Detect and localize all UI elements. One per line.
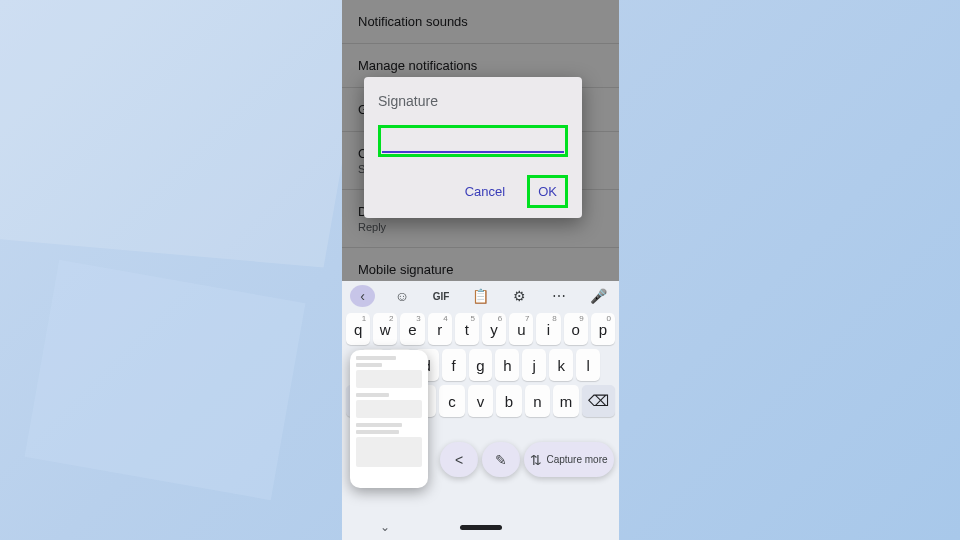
key-g[interactable]: g	[469, 349, 493, 381]
key-f[interactable]: f	[442, 349, 466, 381]
more-icon[interactable]: ⋯	[547, 285, 572, 307]
key-u[interactable]: u7	[509, 313, 533, 345]
collapse-keyboard-icon[interactable]: ⌄	[380, 520, 390, 534]
key-v[interactable]: v	[468, 385, 494, 417]
key-w[interactable]: w2	[373, 313, 397, 345]
key-q[interactable]: q1	[346, 313, 370, 345]
home-handle[interactable]	[460, 525, 502, 530]
ok-button[interactable]: OK	[530, 178, 565, 205]
key-b[interactable]: b	[496, 385, 522, 417]
cancel-button[interactable]: Cancel	[457, 178, 513, 205]
key-c[interactable]: c	[439, 385, 465, 417]
share-icon: <	[455, 452, 463, 468]
backspace-key[interactable]: ⌫	[582, 385, 615, 417]
screenshot-thumbnail[interactable]	[350, 350, 428, 488]
key-p[interactable]: p0	[591, 313, 615, 345]
key-k[interactable]: k	[549, 349, 573, 381]
back-icon[interactable]: ‹	[350, 285, 375, 307]
highlight-ok: OK	[527, 175, 568, 208]
key-t[interactable]: t5	[455, 313, 479, 345]
capture-more-button[interactable]: ⇅ Capture more	[524, 442, 614, 477]
pencil-icon: ✎	[495, 452, 507, 468]
capture-more-label: Capture more	[546, 454, 607, 465]
gear-icon[interactable]: ⚙	[507, 285, 532, 307]
key-l[interactable]: l	[576, 349, 600, 381]
setting-notification-sounds[interactable]: Notification sounds	[342, 0, 619, 44]
nav-bar: ⌄	[342, 514, 619, 540]
key-r[interactable]: r4	[428, 313, 452, 345]
signature-input[interactable]	[382, 129, 564, 153]
expand-icon: ⇅	[530, 452, 542, 468]
key-n[interactable]: n	[525, 385, 551, 417]
key-m[interactable]: m	[553, 385, 579, 417]
phone-screen: Notification sounds Manage notifications…	[342, 0, 619, 540]
key-j[interactable]: j	[522, 349, 546, 381]
key-y[interactable]: y6	[482, 313, 506, 345]
gif-button[interactable]: GIF	[429, 285, 454, 307]
highlight-input	[378, 125, 568, 157]
share-button[interactable]: <	[440, 442, 478, 477]
key-i[interactable]: i8	[536, 313, 560, 345]
key-e[interactable]: e3	[400, 313, 424, 345]
sticker-icon[interactable]: ☺	[389, 285, 414, 307]
edit-button[interactable]: ✎	[482, 442, 520, 477]
key-o[interactable]: o9	[564, 313, 588, 345]
signature-dialog: Signature Cancel OK	[364, 77, 582, 218]
key-h[interactable]: h	[495, 349, 519, 381]
dialog-title: Signature	[378, 93, 568, 109]
mic-icon[interactable]: 🎤	[586, 285, 611, 307]
clipboard-icon[interactable]: 📋	[468, 285, 493, 307]
